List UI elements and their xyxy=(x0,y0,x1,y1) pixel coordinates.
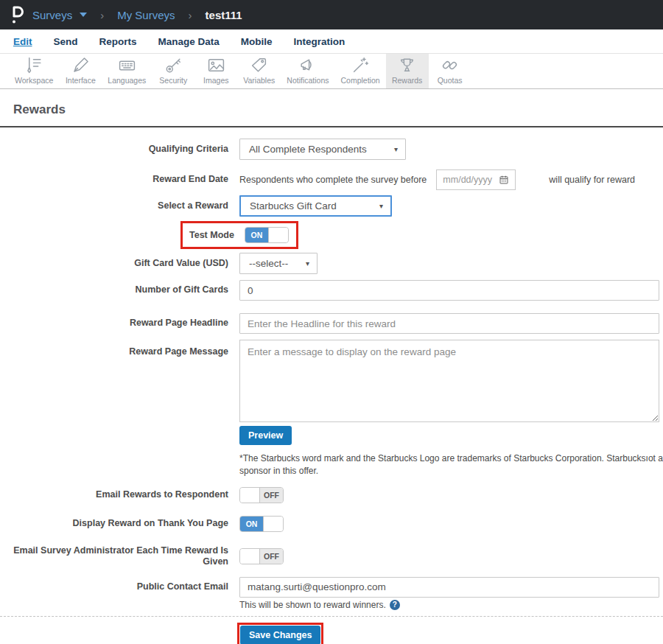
rewards-form: Qualifying Criteria All Complete Respond… xyxy=(0,127,663,644)
num-gift-cards-row: Number of Gift Cards xyxy=(0,280,663,301)
languages-icon xyxy=(118,56,136,74)
calendar-icon[interactable] xyxy=(499,175,509,185)
toolbar-item-workspace[interactable]: Workspace xyxy=(9,54,59,88)
gift-card-value-row: Gift Card Value (USD) --select-- ▾ xyxy=(0,253,663,274)
qualifying-criteria-row: Qualifying Criteria All Complete Respond… xyxy=(0,139,663,160)
qualifying-criteria-select[interactable]: All Complete Respondents ▾ xyxy=(239,139,406,160)
tab-manage-data[interactable]: Manage Data xyxy=(158,33,220,50)
email-rewards-label: Email Rewards to Respondent xyxy=(0,489,228,501)
gift-card-value-label: Gift Card Value (USD) xyxy=(0,258,228,270)
breadcrumb-survey-name: test111 xyxy=(206,9,242,21)
notifications-icon xyxy=(298,56,317,74)
headline-input[interactable] xyxy=(239,313,659,334)
email-admin-row: Email Survey Administrator Each Time Rew… xyxy=(0,545,663,568)
page-header: Rewards xyxy=(0,89,663,126)
tab-reports[interactable]: Reports xyxy=(99,33,137,50)
display-reward-toggle[interactable]: ON xyxy=(239,516,284,532)
headline-row: Reward Page Headline xyxy=(0,313,663,334)
edit-toolbar: Workspace Interface Languages Security I… xyxy=(0,54,663,89)
breadcrumb-separator: › xyxy=(94,9,110,21)
reward-end-date-row: Reward End Date Respondents who complete… xyxy=(0,169,663,190)
toolbar-item-label: Variables xyxy=(243,76,275,85)
reward-end-date-suffix: will qualify for reward xyxy=(549,175,635,185)
tab-mobile[interactable]: Mobile xyxy=(241,33,273,50)
quotas-icon xyxy=(441,56,459,74)
message-label: Reward Page Message xyxy=(0,340,228,358)
select-reward-row: Select a Reward Starbucks Gift Card ▾ xyxy=(0,195,663,217)
images-icon xyxy=(207,56,225,74)
test-mode-highlight-box: Test Mode ON xyxy=(180,221,298,249)
display-reward-row: Display Reward on Thank You Page ON xyxy=(0,516,663,532)
num-gift-cards-label: Number of Gift Cards xyxy=(0,284,228,296)
breadcrumb-surveys-label: Surveys xyxy=(32,9,72,21)
toggle-knob xyxy=(240,549,260,564)
toolbar-item-rewards[interactable]: Rewards xyxy=(386,54,429,88)
toggle-knob xyxy=(240,488,260,503)
select-reward-value: Starbucks Gift Card xyxy=(250,200,337,211)
toggle-state-label: ON xyxy=(240,517,263,531)
save-row: Save Changes xyxy=(0,623,663,644)
page-title: Rewards xyxy=(13,102,650,117)
main-tabs: Edit Send Reports Manage Data Mobile Int… xyxy=(0,29,663,54)
toolbar-item-images[interactable]: Images xyxy=(194,54,237,88)
email-admin-toggle[interactable]: OFF xyxy=(239,548,284,564)
toolbar-item-completion[interactable]: Completion xyxy=(335,54,386,88)
toolbar-item-variables[interactable]: Variables xyxy=(237,54,281,88)
test-mode-toggle[interactable]: ON xyxy=(245,227,289,243)
toolbar-item-quotas[interactable]: Quotas xyxy=(429,54,471,88)
help-icon[interactable]: ? xyxy=(390,600,400,610)
toggle-knob xyxy=(268,228,288,242)
email-admin-label: Email Survey Administrator Each Time Rew… xyxy=(0,545,228,568)
toolbar-item-label: Workspace xyxy=(15,76,53,85)
security-icon xyxy=(164,56,183,74)
toolbar-item-languages[interactable]: Languages xyxy=(102,54,152,88)
dropdown-caret-icon: ▾ xyxy=(306,259,309,267)
public-email-helper-text: This will be shown to reward winners. xyxy=(239,600,386,610)
toolbar-item-security[interactable]: Security xyxy=(152,54,194,88)
tab-integration[interactable]: Integration xyxy=(294,33,345,50)
public-email-input[interactable] xyxy=(239,577,659,598)
toolbar-item-label: Languages xyxy=(108,76,146,85)
tab-send[interactable]: Send xyxy=(54,33,78,50)
public-email-label: Public Contact Email xyxy=(0,581,228,593)
reward-end-date-input[interactable]: mm/dd/yyyy xyxy=(436,169,516,190)
toggle-state-label: OFF xyxy=(260,488,283,503)
workspace-icon xyxy=(25,56,43,74)
toolbar-item-label: Notifications xyxy=(287,76,329,85)
dropdown-caret-icon: ▾ xyxy=(379,202,383,210)
toolbar-item-label: Rewards xyxy=(392,76,422,85)
breadcrumb-my-surveys[interactable]: My Surveys xyxy=(117,9,175,21)
save-highlight-box: Save Changes xyxy=(237,623,323,644)
save-changes-button[interactable]: Save Changes xyxy=(240,626,320,644)
toolbar-item-label: Completion xyxy=(341,76,380,85)
num-gift-cards-input[interactable] xyxy=(239,280,659,301)
message-textarea[interactable] xyxy=(239,340,659,422)
test-mode-row: Test Mode ON xyxy=(0,221,663,249)
variables-icon xyxy=(250,56,268,74)
public-email-row: Public Contact Email xyxy=(0,577,663,598)
gift-card-value-select[interactable]: --select-- ▾ xyxy=(239,253,318,274)
select-reward-label: Select a Reward xyxy=(0,200,228,212)
interface-icon xyxy=(71,56,90,74)
email-rewards-row: Email Rewards to Respondent OFF xyxy=(0,487,663,503)
questionpro-logo-icon[interactable] xyxy=(9,5,25,24)
display-reward-label: Display Reward on Thank You Page xyxy=(0,518,228,530)
qualifying-criteria-label: Qualifying Criteria xyxy=(0,144,228,155)
headline-label: Reward Page Headline xyxy=(0,318,228,329)
footer-divider xyxy=(0,616,663,617)
starbucks-disclaimer: *The Starbucks word mark and the Starbuc… xyxy=(239,452,663,477)
qualifying-criteria-value: All Complete Respondents xyxy=(249,144,367,155)
date-placeholder: mm/dd/yyyy xyxy=(443,175,492,185)
topbar: Surveys › My Surveys › test111 xyxy=(0,0,663,29)
tab-edit[interactable]: Edit xyxy=(13,33,32,50)
toggle-knob xyxy=(263,517,283,531)
preview-button[interactable]: Preview xyxy=(239,426,292,445)
select-reward-select[interactable]: Starbucks Gift Card ▾ xyxy=(239,195,392,217)
toolbar-item-notifications[interactable]: Notifications xyxy=(281,54,334,88)
reward-end-date-prefix: Respondents who complete the survey befo… xyxy=(239,175,427,185)
toolbar-item-interface[interactable]: Interface xyxy=(59,54,102,88)
public-email-helper-row: This will be shown to reward winners. ? xyxy=(0,600,663,610)
breadcrumb-surveys[interactable]: Surveys xyxy=(32,9,87,21)
email-rewards-toggle[interactable]: OFF xyxy=(239,487,284,503)
breadcrumb-separator: › xyxy=(183,9,198,21)
